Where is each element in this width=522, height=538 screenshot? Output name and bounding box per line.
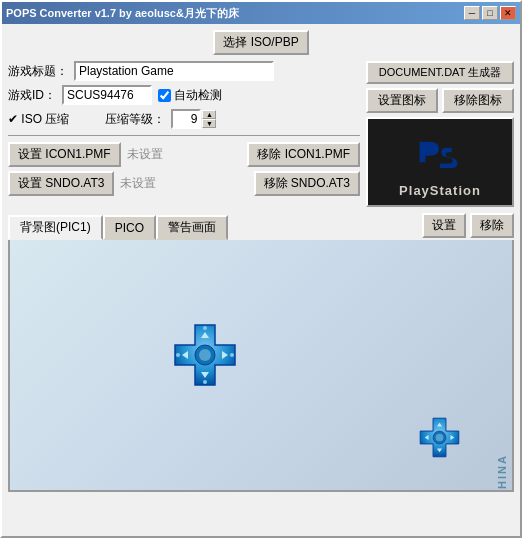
maximize-button[interactable]: □	[482, 6, 498, 20]
tab-pic1[interactable]: 背景图(PIC1)	[8, 215, 103, 240]
remove-sndo-button[interactable]: 移除 SNDO.AT3	[254, 171, 360, 196]
document-dat-button[interactable]: DOCUMENT.DAT 生成器	[366, 61, 514, 84]
game-title-label: 游戏标题：	[8, 63, 68, 80]
icon-btn-row: 设置图标 移除图标	[366, 88, 514, 113]
main-content: 选择 ISO/PBP 游戏标题： 游戏ID： 自动检测	[2, 24, 520, 536]
iso-compress-label: ✔ ISO 压缩	[8, 111, 69, 128]
tab-content: 2SPCHINA	[8, 240, 514, 492]
tab-remove-button[interactable]: 移除	[470, 213, 514, 238]
tab-pico[interactable]: PICO	[103, 215, 156, 240]
game-id-row: 游戏ID： 自动检测	[8, 85, 360, 105]
svg-point-11	[230, 353, 234, 357]
svg-point-9	[203, 380, 207, 384]
dpad-large-icon	[170, 320, 240, 390]
compress-level-input[interactable]	[171, 109, 201, 129]
tab-actions: 设置 移除	[422, 213, 514, 238]
ps-logo-icon	[405, 126, 475, 181]
svg-point-8	[203, 326, 207, 330]
tab-header: 背景图(PIC1) PICO 警告画面 设置 移除	[8, 213, 514, 240]
select-iso-button[interactable]: 选择 ISO/PBP	[213, 30, 308, 55]
spin-up-button[interactable]: ▲	[202, 110, 216, 119]
auto-detect-label: 自动检测	[174, 87, 222, 104]
sndo-status: 未设置	[120, 175, 156, 192]
separator-1	[8, 135, 360, 136]
compress-level-spinner: ▲ ▼	[171, 109, 216, 129]
game-title-input[interactable]	[74, 61, 274, 81]
icon1-row: 设置 ICON1.PMF 未设置 移除 ICON1.PMF	[8, 142, 360, 167]
svg-point-14	[436, 434, 444, 442]
svg-point-3	[199, 349, 211, 361]
title-bar: POPS Converter v1.7 by aeolusc&月光下的床 ─ □…	[2, 2, 520, 24]
close-button[interactable]: ✕	[500, 6, 516, 20]
game-id-label: 游戏ID：	[8, 87, 56, 104]
sndo-row: 设置 SNDO.AT3 未设置 移除 SNDO.AT3	[8, 171, 360, 196]
minimize-button[interactable]: ─	[464, 6, 480, 20]
ps-logo-text: PlayStation	[399, 183, 481, 198]
set-sndo-button[interactable]: 设置 SNDO.AT3	[8, 171, 114, 196]
title-bar-buttons: ─ □ ✕	[464, 6, 516, 20]
main-area: 游戏标题： 游戏ID： 自动检测 ✔ ISO 压缩	[8, 61, 514, 207]
game-title-row: 游戏标题：	[8, 61, 360, 81]
toolbar-row: 选择 ISO/PBP	[8, 30, 514, 55]
game-id-input[interactable]	[62, 85, 152, 105]
tab-section: 背景图(PIC1) PICO 警告画面 设置 移除	[8, 213, 514, 492]
preview-area: 2SPCHINA	[10, 240, 512, 490]
tab-set-button[interactable]: 设置	[422, 213, 466, 238]
title-bar-text: POPS Converter v1.7 by aeolusc&月光下的床	[6, 6, 239, 21]
icon1-status: 未设置	[127, 146, 163, 163]
iso-compress-row: ✔ ISO 压缩 压缩等级： ▲ ▼	[8, 109, 360, 129]
dpad-small-icon	[417, 415, 462, 460]
main-window: POPS Converter v1.7 by aeolusc&月光下的床 ─ □…	[0, 0, 522, 538]
remove-icon1-button[interactable]: 移除 ICON1.PMF	[247, 142, 360, 167]
ps-logo-box: PlayStation	[366, 117, 514, 207]
svg-point-10	[176, 353, 180, 357]
spin-buttons: ▲ ▼	[202, 110, 216, 128]
tab-warning[interactable]: 警告画面	[156, 215, 228, 240]
left-panel: 游戏标题： 游戏ID： 自动检测 ✔ ISO 压缩	[8, 61, 360, 207]
auto-detect-wrapper: 自动检测	[158, 87, 222, 104]
right-panel: DOCUMENT.DAT 生成器 设置图标 移除图标	[366, 61, 514, 207]
spin-down-button[interactable]: ▼	[202, 119, 216, 128]
remove-icon-button[interactable]: 移除图标	[442, 88, 514, 113]
auto-detect-checkbox[interactable]	[158, 89, 171, 102]
psp-china-watermark: 2SPCHINA	[496, 454, 508, 490]
set-icon1-button[interactable]: 设置 ICON1.PMF	[8, 142, 121, 167]
set-icon-button[interactable]: 设置图标	[366, 88, 438, 113]
iso-compress-wrapper: ✔ ISO 压缩	[8, 111, 69, 128]
tab-row: 背景图(PIC1) PICO 警告画面	[8, 215, 228, 240]
compress-level-label: 压缩等级：	[105, 111, 165, 128]
